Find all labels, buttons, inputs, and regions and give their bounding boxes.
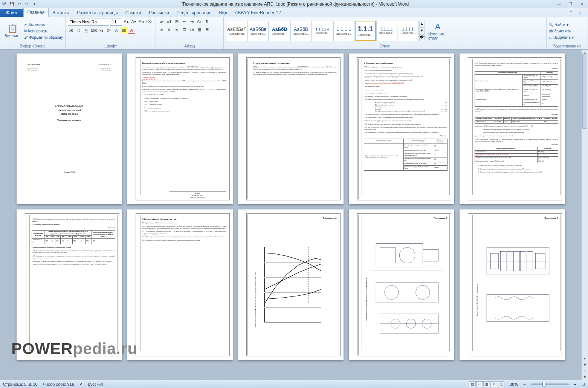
text-effects-icon[interactable]: A (113, 27, 120, 34)
cut-button[interactable]: ✂Вырезать (24, 21, 63, 27)
select-button[interactable]: ▭Выделить▾ (549, 34, 574, 40)
page-thumbnail[interactable]: 1 Цель и назначение разработки 1.1 Целью… (238, 53, 344, 204)
document-canvas[interactable]: СОГЛАСОВАНО УТВЕРЖДАЮ __________________… (0, 50, 581, 380)
shading-icon[interactable]: ▦ (196, 26, 203, 33)
styles-scroll-down[interactable]: ▾ (419, 27, 425, 34)
undo-icon[interactable]: ↶ (16, 1, 23, 8)
superscript-icon[interactable]: x² (105, 27, 112, 34)
next-page-icon[interactable]: ◉ (582, 374, 588, 380)
scroll-down-icon[interactable]: ▾ (582, 356, 588, 362)
group-font-label: Шрифт (68, 44, 153, 49)
style-item[interactable]: АаБбВЗаголово... (269, 21, 290, 41)
bold-icon[interactable]: Ж (68, 27, 75, 34)
tab-layout[interactable]: Разметка страницы (73, 9, 122, 17)
maximize-button[interactable]: ☐ (565, 0, 576, 8)
font-grow-icon[interactable]: A▴ (123, 18, 130, 25)
page-thumbnail[interactable]: 2.1.12 Направление вращения ротора насос… (17, 209, 122, 360)
bullets-icon[interactable]: ≡• (158, 18, 165, 25)
status-page[interactable]: Страница: 5 из 10 (3, 382, 38, 386)
style-item[interactable]: 1.1.1Заголово... (355, 21, 376, 41)
scroll-thumb[interactable] (582, 53, 587, 129)
style-item[interactable]: АаБбВЗаголово... (290, 21, 312, 41)
find-button[interactable]: 🔍Найти▾ (549, 21, 574, 27)
numbering-icon[interactable]: ≡1 (166, 18, 173, 25)
minimize-button[interactable]: — (553, 0, 565, 8)
vertical-scrollbar[interactable]: ▴ ▾ ◉ ○ ◉ (581, 50, 588, 380)
ribbon-minimize-icon[interactable]: ˅ (570, 11, 576, 17)
view-print-icon[interactable]: ▤ (469, 381, 476, 387)
align-right-icon[interactable]: ≡ (173, 26, 180, 33)
style-item[interactable]: 1.1.1.1Заголово... (333, 21, 354, 41)
style-item[interactable]: АаБбВвЗаголово... (247, 21, 269, 41)
page-thumbnail[interactable]: Приложение В Разрез насоса ПЭН 580-195-5… (460, 209, 565, 360)
borders-icon[interactable]: ⊞ (203, 26, 210, 33)
page-thumbnail[interactable]: Приложение А Характеристика агрегата АПЭ… (238, 209, 344, 360)
proofing-icon[interactable]: ✔ (79, 382, 83, 386)
zoom-slider[interactable] (531, 383, 569, 385)
tab-review[interactable]: Рецензирование (173, 9, 215, 17)
tab-view[interactable]: Вид (215, 9, 231, 17)
styles-expand[interactable]: �჻ (419, 34, 425, 41)
browse-object-icon[interactable]: ○ (582, 368, 588, 374)
font-family-select[interactable]: Times New Ro (68, 18, 109, 26)
underline-icon[interactable]: Ч (83, 27, 90, 34)
status-words[interactable]: Число слов: 916 (43, 382, 74, 386)
subscript-icon[interactable]: x₂ (98, 27, 105, 34)
font-shrink-icon[interactable]: A▾ (130, 18, 137, 25)
clear-format-icon[interactable]: ⌫ (145, 18, 152, 25)
sort-icon[interactable]: A↓ (196, 18, 203, 25)
view-read-icon[interactable]: ▭ (476, 381, 483, 387)
page-thumbnail[interactable]: 2 Технические требования 2.1 Состав агре… (349, 53, 454, 204)
close-button[interactable]: ✕ (576, 0, 587, 8)
page-thumbnail[interactable]: 3 Гарантийные обязательства 3.1 Гарантий… (127, 209, 233, 360)
file-tab[interactable]: Файл (0, 9, 23, 17)
tab-insert[interactable]: Вставка (49, 9, 73, 17)
tab-abbyy[interactable]: ABBYY FineReader 12 (231, 9, 285, 17)
align-justify-icon[interactable]: ≣ (181, 26, 188, 33)
redo-icon[interactable]: ↷ (23, 1, 30, 8)
pilcrow-icon[interactable]: ¶ (203, 18, 210, 25)
line-spacing-icon[interactable]: ↕≡ (188, 26, 195, 33)
styles-scroll-up[interactable]: ▴ (419, 21, 425, 27)
page-thumbnail[interactable]: Приложение Б Габаритный чертёж агрегата … (349, 209, 454, 360)
highlight-icon[interactable]: ab (121, 27, 127, 34)
status-lang[interactable]: русский (88, 382, 103, 386)
indent-dec-icon[interactable]: ⇤ (181, 18, 188, 25)
tab-mailings[interactable]: Рассылки (145, 9, 173, 17)
italic-icon[interactable]: К (75, 27, 82, 34)
tab-home[interactable]: Главная (23, 8, 49, 17)
indent-inc-icon[interactable]: ⇥ (188, 18, 195, 25)
align-center-icon[interactable]: ≡ (166, 26, 173, 33)
change-styles-button[interactable]: А Изменить стили (426, 21, 449, 41)
qat-dropdown-icon[interactable]: ▾ (31, 1, 38, 8)
help-icon[interactable]: ? (579, 11, 585, 17)
style-item[interactable]: 1.1.1.1.Заголово... (376, 21, 397, 41)
zoom-level[interactable]: 38% (510, 382, 518, 386)
tab-references[interactable]: Ссылки (122, 9, 145, 17)
prev-page-icon[interactable]: ◉ (582, 362, 588, 368)
strike-icon[interactable]: abc (90, 27, 97, 34)
copy-button[interactable]: ⧉Копировать (24, 28, 63, 34)
zoom-in-icon[interactable]: + (574, 382, 576, 386)
zoom-fit-icon[interactable]: ⊡ (582, 382, 585, 386)
font-color-icon[interactable]: A (128, 27, 135, 34)
change-case-icon[interactable]: Aa (138, 18, 145, 25)
save-icon[interactable]: 💾 (8, 1, 15, 8)
multilevel-icon[interactable]: ⊟ (173, 18, 180, 25)
page-thumbnail[interactable]: 2.1.9 Показатели назначения по потреблен… (460, 53, 565, 204)
styles-gallery[interactable]: АаБбВвГВыделение АаБбВвЗаголово... АаБбВ… (226, 21, 425, 41)
style-item[interactable]: 1.1.1.1.Заголово... (398, 21, 419, 41)
page-thumbnail[interactable]: Наименование и область применения Настоя… (127, 53, 233, 204)
font-size-select[interactable]: 11 (110, 18, 122, 26)
format-painter-button[interactable]: 🖌Формат по образцу (24, 34, 63, 40)
view-web-icon[interactable]: ▦ (483, 381, 490, 387)
zoom-out-icon[interactable]: − (523, 382, 525, 386)
view-outline-icon[interactable]: ≡ (490, 381, 497, 387)
style-item[interactable]: 1.1.1.1 АЗаголово... (312, 21, 333, 41)
replace-button[interactable]: abЗаменить (549, 28, 574, 34)
paste-button[interactable]: 📋 Вставить (2, 23, 23, 39)
style-item[interactable]: АаБбВвГВыделение (226, 21, 247, 41)
view-draft-icon[interactable]: ▢ (498, 381, 504, 387)
page-thumbnail[interactable]: СОГЛАСОВАНО УТВЕРЖДАЮ __________________… (17, 53, 122, 204)
align-left-icon[interactable]: ≡ (158, 26, 165, 33)
